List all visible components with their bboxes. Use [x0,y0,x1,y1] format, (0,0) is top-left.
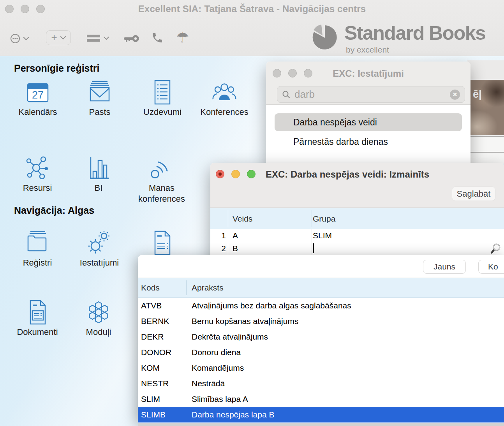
people-group-icon [212,80,237,105]
umbrella-button[interactable]: ☂ [176,30,189,45]
chevron-down-icon [23,37,29,40]
column-divider [228,242,228,255]
plus-icon: + [51,32,57,42]
sidebar-item-manas-konferences[interactable]: Manas konferences [130,156,193,204]
table-row[interactable]: 2 B [210,242,504,255]
section-heading-algas: Navigācija: Algas [14,205,94,216]
background-window-edge: ē| [467,60,504,163]
photo-overlay-text: ē| [473,88,482,100]
list-item[interactable]: KOM Komandējums [138,360,504,376]
folder-icon [25,231,50,255]
brand-name: Standard Books [344,23,485,43]
umbrella-icon: ☂ [176,30,189,45]
editor-table-header: Veids Grupa [210,208,504,229]
ellipsis-circle-icon [10,33,20,44]
column-divider [228,210,228,227]
mail-icon [87,80,112,105]
bar-chart-icon [86,156,111,181]
list-item[interactable]: ATVB Atvaļinājums bez darba algas saglab… [138,298,504,313]
settings-list-item-selected[interactable]: Darba nespējas veidi [275,113,462,131]
list-item[interactable]: SLIM Slimības lapa A [138,391,504,407]
row-number: 2 [210,242,226,255]
sidebar-item-iestatijumi[interactable]: Iestatījumi [68,231,130,268]
key-icon [123,33,139,44]
sidebar-item-konferences[interactable]: Konferences [193,80,256,118]
key-button[interactable] [123,33,139,44]
list-item [471,136,504,152]
list-item[interactable]: NESTR Nestrādā [138,376,504,391]
sidebar-item-registri[interactable]: Reģistri [6,231,69,268]
sidebar-item-document[interactable] [131,231,193,255]
settings-window-title: EXC: Iestatījumi [266,68,471,79]
network-icon [25,156,50,181]
menu-button[interactable] [86,33,109,43]
close-button[interactable] [216,170,224,178]
paste-special-magnifier-icon[interactable] [490,243,502,255]
sidebar-item-pasts[interactable]: Pasts [69,80,131,118]
cell-veids[interactable]: A [233,229,238,242]
picker-window: Jauns Ko Kods Apraksts ATVB Atvaļinājums… [138,255,504,423]
main-window-title: Excellent SIA: Tatjana Šatrava - Navigāc… [0,4,504,14]
cell-grupa[interactable]: SLIM [313,229,332,242]
sidebar-item-bi[interactable]: BI [67,156,130,194]
document-icon [150,231,174,255]
column-header-kods[interactable]: Kods [141,278,160,297]
list-item[interactable]: BERNK Bernu kopšanas atvaļinājums [138,313,504,329]
list-item-selected[interactable]: SLIMB Darba nespējas lapa B [138,407,504,422]
save-button[interactable]: Saglabāt [452,187,495,201]
column-divider [312,229,312,242]
phone-button[interactable] [151,32,164,44]
sidebar-item-resursi[interactable]: Resursi [6,156,69,194]
chevron-down-icon [60,36,66,40]
text-cursor [313,243,314,253]
editor-traffic-lights [216,170,256,178]
column-header-veids[interactable]: Veids [233,208,252,229]
editor-titlebar: EXC: Darba nespējas veidi: Izmainīts Sag… [210,163,504,208]
screen: Excellent SIA: Tatjana Šatrava - Navigāc… [0,0,504,426]
broadcast-icon [149,156,174,181]
column-header-apraksts[interactable]: Apraksts [192,278,224,297]
column-divider [312,210,312,227]
brand-tagline: by excellent [346,45,389,55]
sidebar-item-moduli[interactable]: Moduļi [67,300,130,338]
column-header-grupa[interactable]: Grupa [313,208,335,229]
column-divider [312,242,312,255]
phone-icon [151,32,164,44]
task-list-icon [150,80,175,105]
settings-titlebar: EXC: Iestatījumi darb ✕ [266,62,471,105]
window-edge-strip [138,423,504,426]
main-window-titlebar: Excellent SIA: Tatjana Šatrava - Navigāc… [0,0,504,56]
settings-window: EXC: Iestatījumi darb ✕ Darba nespējas v… [266,62,471,164]
minimize-button[interactable] [231,170,240,178]
list-item[interactable]: DONOR Donoru diena [138,345,504,360]
clear-search-button[interactable]: ✕ [450,90,460,100]
picker-rows: ATVB Atvaļinājums bez darba algas saglab… [138,298,504,422]
honeycomb-icon [86,300,111,325]
menu-bars-icon [86,33,100,43]
cell-veids[interactable]: B [233,242,238,255]
add-button[interactable]: + [46,30,71,45]
document-icon [25,300,50,325]
sidebar-item-dokumenti[interactable]: Dokumenti [6,300,69,338]
copy-button-partial[interactable]: Ko [478,260,504,274]
conference-photo: ē| [471,80,504,135]
search-value: darb [294,88,450,100]
new-button[interactable]: Jauns [423,260,466,274]
editor-window-title: EXC: Darba nespējas veidi: Izmainīts [266,169,429,180]
picker-toolbar: Jauns Ko [138,255,504,278]
row-number: 1 [210,229,226,242]
standard-books-logo-icon [311,23,338,51]
more-options-button[interactable] [10,33,29,44]
list-item[interactable]: DEKR Dekrēta atvaļinājums [138,329,504,345]
zoom-button[interactable] [247,170,256,178]
column-divider [228,229,228,242]
settings-list-item[interactable]: Pārnestās darba dienas [293,134,388,150]
gears-icon [87,231,112,255]
sidebar-item-kalendars[interactable]: 27 Kalendārs [7,80,69,118]
table-row[interactable]: 1 A SLIM [210,229,504,242]
calendar-icon: 27 [25,80,50,105]
chevron-down-icon [104,37,109,40]
picker-table-header: Kods Apraksts [138,278,504,298]
sidebar-item-uzdevumi[interactable]: Uzdevumi [131,80,194,118]
search-input[interactable]: darb ✕ [277,86,465,103]
